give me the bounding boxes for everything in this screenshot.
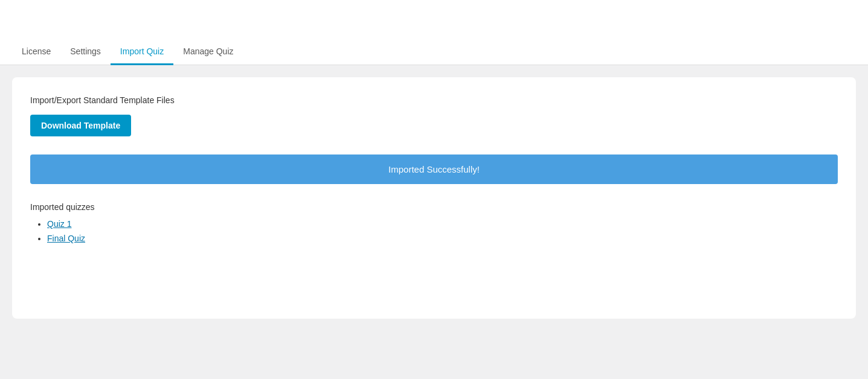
tab-import-quiz[interactable]: Import Quiz (111, 39, 173, 65)
tab-navigation: License Settings Import Quiz Manage Quiz (0, 0, 868, 65)
main-content: Import/Export Standard Template Files Do… (0, 65, 868, 331)
imported-quizzes-section: Imported quizzes Quiz 1 Final Quiz (30, 202, 838, 243)
tab-manage-quiz[interactable]: Manage Quiz (173, 39, 243, 65)
download-template-button[interactable]: Download Template (30, 115, 131, 136)
list-item: Quiz 1 (47, 219, 838, 229)
tab-license[interactable]: License (12, 39, 60, 65)
quiz-link-2[interactable]: Final Quiz (47, 234, 85, 243)
imported-quizzes-label: Imported quizzes (30, 202, 838, 212)
quiz-link-1[interactable]: Quiz 1 (47, 219, 71, 229)
quiz-list: Quiz 1 Final Quiz (30, 219, 838, 243)
content-card: Import/Export Standard Template Files Do… (12, 77, 856, 319)
tab-settings[interactable]: Settings (60, 39, 111, 65)
list-item: Final Quiz (47, 234, 838, 243)
success-banner: Imported Successfully! (30, 154, 838, 184)
section-title: Import/Export Standard Template Files (30, 95, 838, 105)
